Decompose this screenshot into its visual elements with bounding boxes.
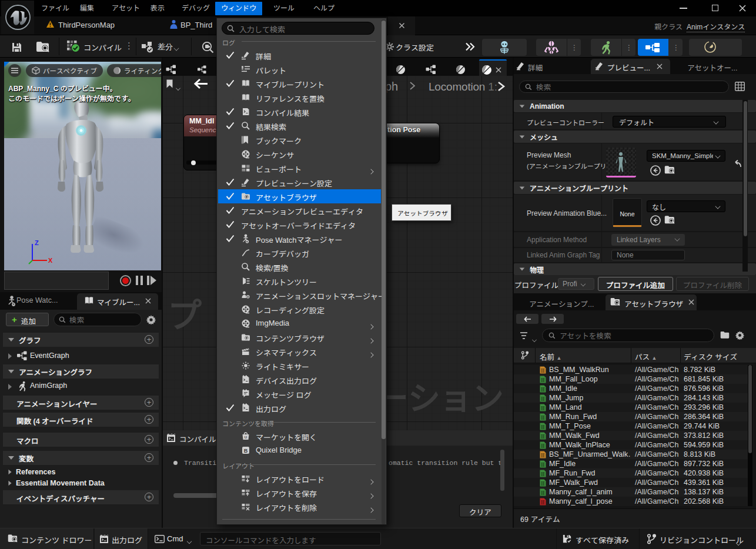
svg-text:Z: Z (35, 239, 39, 246)
svg-text:U: U (245, 436, 247, 439)
svg-text:B: B (244, 448, 248, 454)
svg-text:X: X (48, 257, 53, 264)
